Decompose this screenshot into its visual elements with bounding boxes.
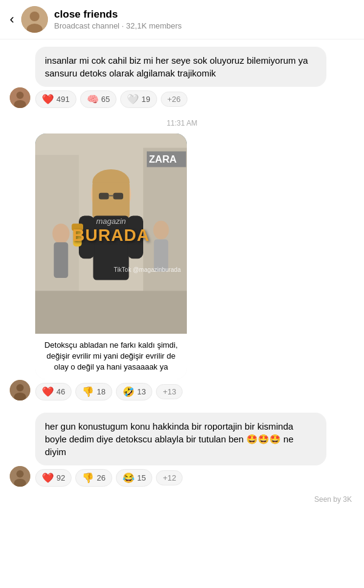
channel-avatar [21, 6, 48, 33]
message-row: insanlar mi cok cahil biz mi her seye so… [10, 47, 354, 108]
reaction-emoji: 👎 [82, 472, 94, 484]
reaction-emoji: 🤍 [127, 93, 139, 105]
reaction-emoji: 🧠 [87, 93, 99, 105]
reaction-emoji: ❤️ [42, 472, 54, 484]
reactions: ❤️ 46 👎 18 🤣 13 +13 [35, 383, 187, 400]
reaction-thumbsdown[interactable]: 👎 26 [75, 469, 112, 487]
reaction-count: 13 [137, 387, 146, 396]
channel-subtitle: Broadcast channel · 32,1K members [54, 21, 181, 30]
svg-point-31 [16, 470, 24, 478]
media-caption: Detoksçu abladan ne farkı kaldı şimdi, d… [35, 334, 187, 379]
sender-avatar [10, 380, 30, 400]
reaction-count: 46 [56, 387, 65, 396]
reaction-emoji: ❤️ [42, 93, 54, 105]
reaction-count: 92 [56, 473, 65, 482]
svg-point-1 [30, 12, 39, 21]
back-button[interactable]: ‹ [10, 12, 14, 27]
reactions: ❤️ 491 🧠 65 🤍 19 +26 [35, 90, 326, 108]
reaction-brain[interactable]: 🧠 65 [80, 90, 116, 108]
svg-rect-14 [35, 291, 187, 334]
media-thumbnail: ZARA [35, 133, 187, 334]
message-text: her gun konustugum konu hakkinda bir rop… [45, 421, 294, 457]
reaction-count: 491 [56, 95, 70, 104]
message-row: ZARA [10, 133, 354, 400]
bubble-wrap: her gun konustugum konu hakkinda bir rop… [35, 413, 326, 487]
reaction-heart[interactable]: ❤️ 92 [35, 469, 72, 487]
sender-avatar [10, 466, 30, 487]
reaction-emoji: 😂 [123, 472, 135, 484]
reaction-heart[interactable]: ❤️ 46 [35, 383, 72, 400]
seen-text: Seen by 3K [10, 495, 354, 504]
reaction-white-heart[interactable]: 🤍 19 [120, 90, 157, 108]
reaction-thumbsdown[interactable]: 👎 18 [75, 383, 112, 400]
svg-point-26 [52, 224, 69, 244]
bubble-wrap: insanlar mi cok cahil biz mi her seye so… [35, 47, 326, 108]
reaction-laughing[interactable]: 🤣 13 [116, 383, 152, 400]
svg-point-7 [16, 384, 24, 391]
reaction-laugh[interactable]: 😂 15 [116, 469, 152, 487]
message-row: her gun konustugum konu hakkinda bir rop… [10, 413, 354, 487]
reaction-count: 65 [101, 95, 110, 104]
message-bubble: her gun konustugum konu hakkinda bir rop… [35, 413, 326, 465]
reactions: ❤️ 92 👎 26 😂 15 +12 [35, 469, 326, 487]
channel-info: close friends Broadcast channel · 32,1K … [54, 8, 181, 30]
svg-rect-18 [99, 193, 109, 200]
reaction-more[interactable]: +13 [156, 384, 183, 399]
tiktok-badge: TikTok @magazinburada [114, 266, 181, 273]
channel-name: close friends [54, 8, 181, 21]
reaction-count: 18 [96, 387, 105, 396]
svg-point-4 [16, 92, 24, 99]
reaction-count: 26 [96, 473, 105, 482]
svg-rect-19 [113, 193, 124, 200]
reaction-count: 15 [137, 473, 146, 482]
chat-header: ‹ close friends Broadcast channel · 32,1… [0, 0, 364, 39]
reaction-count: 19 [141, 95, 150, 104]
message-bubble: insanlar mi cok cahil biz mi her seye so… [35, 47, 326, 87]
reaction-more[interactable]: +26 [161, 92, 187, 107]
svg-rect-23 [127, 216, 143, 259]
media-bubble: ZARA [35, 133, 187, 379]
sender-avatar [10, 87, 30, 108]
svg-rect-25 [72, 224, 83, 231]
chat-area: insanlar mi cok cahil biz mi her seye so… [0, 39, 364, 513]
svg-point-28 [153, 221, 169, 240]
bubble-wrap: ZARA [35, 133, 187, 400]
svg-rect-17 [92, 182, 129, 218]
reaction-emoji: ❤️ [42, 386, 54, 397]
svg-text:ZARA: ZARA [149, 154, 177, 164]
reaction-emoji: 🤣 [123, 386, 135, 397]
reaction-more[interactable]: +12 [156, 470, 183, 485]
svg-rect-27 [54, 242, 69, 278]
timestamp: 11:31 AM [10, 119, 354, 127]
message-text: insanlar mi cok cahil biz mi her seye so… [45, 55, 308, 78]
reaction-heart[interactable]: ❤️ 491 [35, 90, 76, 108]
reaction-emoji: 👎 [82, 386, 94, 397]
